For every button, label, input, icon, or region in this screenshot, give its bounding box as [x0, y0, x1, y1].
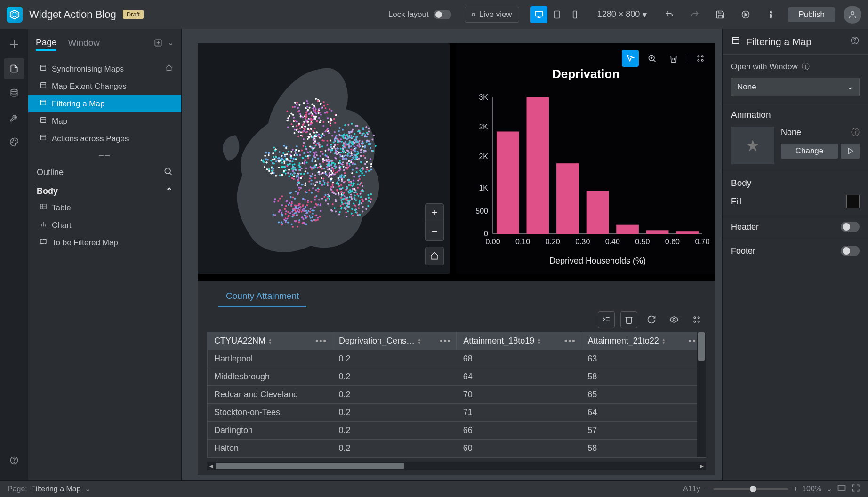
table-select-button[interactable] — [598, 311, 615, 328]
help-button[interactable] — [4, 450, 24, 471]
page-item-1[interactable]: Map Extent Changes — [28, 78, 181, 95]
panel-resize-grip[interactable]: ━━ — [28, 149, 181, 162]
app-logo[interactable] — [7, 7, 23, 23]
header-toggle[interactable] — [841, 222, 860, 232]
table-hscrollbar[interactable]: ◀ ▶ — [207, 462, 706, 470]
map-zoom-out-button[interactable]: − — [425, 222, 444, 241]
fullscreen-button[interactable] — [851, 483, 860, 495]
chart-widget[interactable]: Deprivation 05001K2K2K3K0.000.100.200.30… — [456, 43, 715, 274]
panel-help-button[interactable] — [850, 36, 860, 48]
canvas-area[interactable]: ➤ + − — [182, 29, 722, 480]
table-view-button[interactable] — [666, 311, 683, 328]
info-icon[interactable]: ⓘ — [802, 61, 810, 72]
outline-item-1[interactable]: Chart — [28, 216, 181, 234]
svg-marker-0 — [10, 10, 19, 18]
map-widget[interactable]: + − — [198, 43, 450, 274]
more-menu-button[interactable] — [763, 6, 780, 23]
device-phone-button[interactable] — [566, 6, 583, 23]
data-table[interactable]: CTYUA22NM▲▼•••Deprivation_Cens…▲▼•••Atta… — [208, 332, 706, 457]
animation-change-button[interactable]: Change — [781, 144, 838, 159]
svg-point-430 — [319, 163, 321, 165]
column-menu-icon[interactable]: ••• — [564, 336, 576, 346]
info-icon[interactable]: ⓘ — [851, 127, 860, 138]
table-vscrollbar[interactable] — [697, 332, 706, 457]
table-header-1[interactable]: Deprivation_Cens…▲▼••• — [332, 332, 456, 350]
table-header-2[interactable]: Attainment_18to19▲▼••• — [457, 332, 581, 350]
column-menu-icon[interactable]: ••• — [315, 336, 327, 346]
scroll-left-icon[interactable]: ◀ — [207, 462, 216, 470]
theme-panel-button[interactable] — [4, 132, 24, 152]
page-item-0[interactable]: Synchronising Maps — [28, 60, 181, 78]
map-zoom-in-button[interactable]: + — [425, 203, 444, 222]
status-bar: Page: Filtering a Map ⌄ A11y − + 100% ⌄ — [0, 480, 868, 497]
device-desktop-button[interactable] — [530, 6, 547, 23]
page-item-3[interactable]: Map — [28, 112, 181, 130]
save-button[interactable] — [712, 6, 729, 23]
animation-thumbnail[interactable]: ★ — [731, 127, 774, 164]
table-refresh-button[interactable] — [643, 311, 660, 328]
scroll-right-icon[interactable]: ▶ — [698, 462, 706, 470]
svg-point-328 — [301, 184, 303, 185]
animation-play-button[interactable] — [841, 144, 860, 159]
fit-width-button[interactable] — [837, 483, 846, 495]
svg-point-1088 — [341, 207, 343, 208]
a11y-button[interactable]: A11y — [683, 485, 700, 493]
device-tablet-button[interactable] — [548, 6, 565, 23]
add-page-button[interactable] — [153, 38, 163, 49]
table-row[interactable]: Stockton-on-Tees0.27164 — [208, 404, 706, 422]
table-row[interactable]: Middlesbrough0.26458 — [208, 368, 706, 386]
pages-panel-button[interactable] — [4, 58, 24, 79]
table-header-0[interactable]: CTYUA22NM▲▼••• — [208, 332, 332, 350]
svg-point-594 — [321, 107, 323, 109]
fill-color-swatch[interactable] — [846, 195, 860, 208]
svg-point-665 — [296, 129, 297, 131]
zoom-percent[interactable]: 100% — [802, 485, 821, 493]
live-view-button[interactable]: Live view — [465, 7, 519, 23]
data-panel-button[interactable] — [4, 83, 24, 104]
zoom-slider[interactable] — [713, 488, 788, 490]
table-tab-county[interactable]: County Attainment — [218, 286, 306, 307]
utilities-panel-button[interactable] — [4, 107, 24, 128]
page-menu-button[interactable]: ⌄ — [168, 38, 174, 49]
insert-button[interactable] — [4, 34, 24, 55]
current-page-name[interactable]: Filtering a Map — [31, 485, 81, 493]
table-widget[interactable]: County Attainment CTYUA22NM▲▼•••Deprivat… — [198, 281, 715, 475]
open-with-select[interactable]: None ⌄ — [731, 78, 860, 96]
table-row[interactable]: Halton0.26058 — [208, 440, 706, 457]
page-item-2[interactable]: Filtering a Map — [28, 95, 181, 112]
canvas-dimensions[interactable]: 1280 × 800 ▾ — [597, 9, 647, 20]
svg-point-370 — [349, 165, 351, 167]
lock-layout-control[interactable]: Lock layout — [388, 10, 451, 19]
svg-rect-24 — [41, 65, 46, 71]
table-options-button[interactable] — [688, 311, 705, 328]
redo-button[interactable] — [686, 6, 703, 23]
undo-button[interactable] — [661, 6, 678, 23]
svg-point-65 — [340, 138, 342, 140]
map-home-button[interactable] — [425, 247, 444, 265]
table-delete-button[interactable] — [620, 311, 637, 328]
table-row[interactable]: Redcar and Cleveland0.27065 — [208, 386, 706, 404]
page-item-4[interactable]: Actions across Pages — [28, 130, 181, 147]
body-group-header[interactable]: Body ⌃ — [28, 183, 181, 199]
tab-page[interactable]: Page — [36, 37, 56, 51]
tab-window[interactable]: Window — [68, 38, 100, 50]
page-dropdown-icon[interactable]: ⌄ — [85, 484, 91, 493]
lock-layout-toggle[interactable] — [434, 10, 451, 19]
search-outline-button[interactable] — [163, 167, 173, 178]
footer-toggle[interactable] — [841, 246, 860, 256]
user-avatar[interactable] — [844, 6, 861, 24]
publish-button[interactable]: Publish — [788, 7, 835, 22]
table-row[interactable]: Darlington0.26657 — [208, 422, 706, 440]
svg-point-913 — [281, 214, 283, 216]
table-row[interactable]: Hartlepool0.26863 — [208, 350, 706, 368]
zoom-in-button[interactable]: + — [793, 485, 797, 493]
page-list: Synchronising MapsMap Extent ChangesFilt… — [28, 58, 181, 149]
preview-button[interactable] — [737, 6, 754, 23]
table-header-3[interactable]: Attainment_21to22▲▼••• — [581, 332, 705, 350]
zoom-out-button[interactable]: − — [704, 485, 708, 493]
outline-item-0[interactable]: Table — [28, 199, 181, 216]
svg-point-466 — [319, 182, 321, 184]
svg-point-139 — [293, 176, 295, 177]
column-menu-icon[interactable]: ••• — [440, 336, 451, 346]
outline-item-2[interactable]: To be Filtered Map — [28, 234, 181, 251]
